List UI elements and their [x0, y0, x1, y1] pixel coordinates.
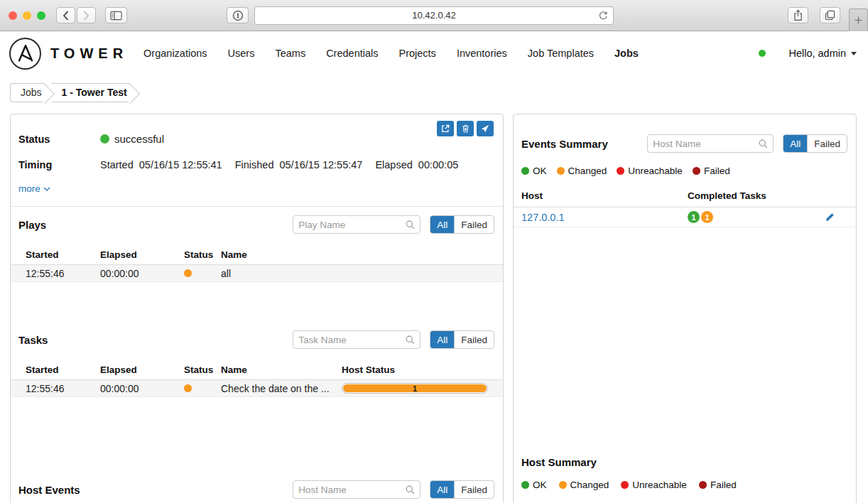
- events-filter-failed-button[interactable]: Failed: [807, 135, 847, 152]
- events-col-host: Host: [521, 190, 688, 201]
- user-menu[interactable]: Hello, admin: [788, 48, 857, 59]
- breadcrumb: Jobs 1 - Tower Test: [10, 83, 130, 102]
- play-elapsed: 00:00:00: [100, 268, 180, 279]
- host-summary-legend: OK Changed Unreachable Failed: [521, 480, 847, 490]
- host-events-title: Host Events: [18, 484, 293, 496]
- events-summary-title: Events Summary: [521, 138, 647, 150]
- breadcrumb-jobs[interactable]: Jobs: [10, 83, 45, 102]
- finished-label: Finished: [235, 159, 274, 171]
- address-bar[interactable]: 10.42.0.42: [254, 6, 614, 25]
- nav-item-teams[interactable]: Teams: [275, 48, 305, 59]
- legend-changed-label: Changed: [568, 166, 607, 176]
- edit-host-button[interactable]: [825, 212, 835, 222]
- tasks-search[interactable]: [293, 330, 421, 349]
- nav-item-projects[interactable]: Projects: [398, 48, 435, 59]
- tasks-col-host-status: Host Status: [342, 364, 488, 375]
- task-status-dot: [184, 384, 192, 392]
- tasks-table-row[interactable]: 12:55:46 00:00:00 Check the date on the …: [11, 380, 503, 397]
- tab-overview-button[interactable]: [820, 7, 840, 23]
- failed-dot: [693, 167, 700, 175]
- events-col-completed-tasks: Completed Tasks: [688, 190, 847, 201]
- breadcrumb-current-job[interactable]: 1 - Tower Test: [52, 83, 130, 102]
- close-button[interactable]: [9, 11, 17, 20]
- new-tab-button[interactable]: [849, 9, 868, 31]
- ok-dot: [521, 481, 529, 489]
- plays-search-input[interactable]: [298, 220, 406, 230]
- legend-unreachable-label: Unreachable: [628, 166, 683, 176]
- nav-item-jobs[interactable]: Jobs: [614, 48, 639, 59]
- ok-count-badge[interactable]: 1: [688, 211, 700, 223]
- breadcrumb-jobs-label: Jobs: [21, 87, 42, 98]
- events-summary-search-input[interactable]: [653, 139, 759, 149]
- plays-filter-all-button[interactable]: All: [430, 216, 454, 233]
- url-text: 10.42.0.42: [412, 10, 455, 21]
- window-controls: [9, 11, 45, 20]
- plays-col-elapsed: Elapsed: [100, 249, 180, 260]
- sidebar-toggle-button[interactable]: [105, 7, 127, 23]
- nav-item-inventories[interactable]: Inventories: [457, 48, 507, 59]
- open-in-new-window-button[interactable]: [437, 121, 454, 136]
- tasks-title: Tasks: [18, 334, 293, 346]
- tower-logo[interactable]: [9, 38, 41, 70]
- tasks-filter-toggle: All Failed: [430, 330, 494, 349]
- onepassword-extension-button[interactable]: [227, 7, 249, 23]
- minimize-button[interactable]: [23, 11, 31, 20]
- zoom-button[interactable]: [37, 11, 45, 20]
- browser-chrome: 10.42.0.42: [0, 0, 868, 31]
- started-value: 05/16/15 12:55:41: [139, 159, 222, 171]
- task-elapsed: 00:00:00: [100, 383, 180, 394]
- rocket-icon: [481, 124, 489, 133]
- legend-ok-label: OK: [533, 480, 547, 490]
- share-button[interactable]: [788, 7, 808, 23]
- status-value: successful: [114, 133, 164, 145]
- search-icon: [406, 335, 415, 345]
- nav-item-users[interactable]: Users: [228, 48, 255, 59]
- app-navbar: TOWER Organizations Users Teams Credenti…: [0, 31, 868, 75]
- external-link-icon: [441, 124, 450, 133]
- chevron-down-icon: [851, 52, 857, 55]
- job-action-buttons: [437, 121, 494, 136]
- host-events-filter-toggle: All Failed: [430, 480, 494, 499]
- events-filter-all-button[interactable]: All: [783, 135, 807, 152]
- unreachable-dot: [617, 167, 624, 175]
- share-icon: [793, 9, 803, 21]
- nav-item-credentials[interactable]: Credentials: [326, 48, 378, 59]
- elapsed-value: 00:00:05: [418, 159, 458, 171]
- ansible-a-icon: [15, 43, 36, 64]
- forward-button[interactable]: [77, 7, 96, 23]
- tasks-table-header: Started Elapsed Status Name Host Status: [11, 362, 503, 380]
- task-started: 12:55:46: [26, 383, 100, 394]
- host-events-filter-failed-button[interactable]: Failed: [454, 481, 494, 498]
- tasks-filter-all-button[interactable]: All: [430, 331, 454, 348]
- relaunch-job-button[interactable]: [477, 121, 494, 136]
- tasks-search-input[interactable]: [298, 335, 406, 345]
- plus-icon: [854, 16, 863, 25]
- timing-label: Timing: [18, 159, 100, 171]
- unreachable-dot: [621, 481, 629, 489]
- changed-count-badge[interactable]: 1: [701, 211, 713, 223]
- tasks-filter-failed-button[interactable]: Failed: [454, 331, 494, 348]
- events-table-row: 127.0.0.1 1 1: [514, 207, 856, 227]
- plays-col-status: Status: [180, 249, 221, 260]
- back-button[interactable]: [56, 7, 75, 23]
- host-events-search-input[interactable]: [298, 485, 406, 495]
- events-summary-search[interactable]: [647, 134, 774, 153]
- legend-ok-label: OK: [533, 166, 547, 176]
- tasks-col-elapsed: Elapsed: [100, 364, 180, 375]
- plays-filter-failed-button[interactable]: Failed: [454, 216, 494, 233]
- plays-section-header: Plays All Failed: [18, 215, 494, 234]
- refresh-button[interactable]: [598, 11, 608, 23]
- task-host-status-bar[interactable]: 1: [342, 383, 488, 394]
- chevron-right-icon: [83, 11, 89, 21]
- more-toggle[interactable]: more: [18, 183, 50, 194]
- nav-item-organizations[interactable]: Organizations: [143, 48, 207, 59]
- plays-search[interactable]: [293, 215, 421, 234]
- nav-item-job-templates[interactable]: Job Templates: [528, 48, 594, 59]
- host-link[interactable]: 127.0.0.1: [521, 212, 688, 223]
- elapsed-label: Elapsed: [375, 159, 412, 171]
- delete-job-button[interactable]: [457, 121, 474, 136]
- host-events-filter-all-button[interactable]: All: [430, 481, 454, 498]
- plays-col-name: Name: [221, 249, 488, 260]
- plays-table-row[interactable]: 12:55:46 00:00:00 all: [11, 265, 503, 282]
- host-events-search[interactable]: [293, 480, 421, 499]
